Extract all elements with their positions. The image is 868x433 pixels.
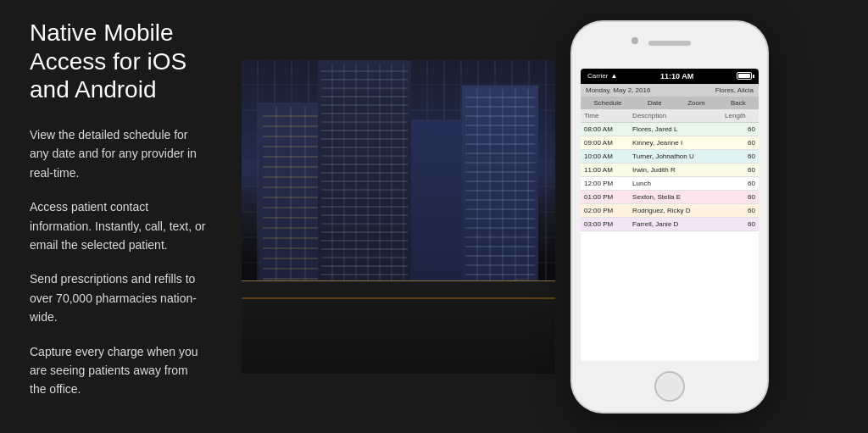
row-time: 11:00 AM bbox=[581, 163, 629, 176]
row-time: 08:00 AM bbox=[581, 122, 629, 136]
paragraph-2: Access patient contact information. Inst… bbox=[30, 197, 208, 254]
header-description: Description bbox=[629, 109, 721, 123]
row-time: 09:00 AM bbox=[581, 136, 629, 149]
row-time: 03:00 PM bbox=[581, 217, 629, 230]
building-2 bbox=[318, 60, 411, 289]
road bbox=[242, 280, 555, 374]
status-time: 11:10 AM bbox=[660, 72, 693, 80]
header-length: Length bbox=[721, 109, 759, 123]
nav-zoom[interactable]: Zoom bbox=[684, 99, 708, 107]
row-description: Rodriguez, Ricky D bbox=[629, 203, 721, 217]
row-time: 01:00 PM bbox=[581, 190, 629, 203]
row-length: 60 bbox=[721, 217, 759, 230]
schedule-header: Time Description Length bbox=[581, 109, 759, 123]
header-time: Time bbox=[581, 109, 629, 123]
nav-schedule[interactable]: Schedule bbox=[590, 99, 625, 107]
carrier-text: Carrier bbox=[587, 72, 608, 80]
paragraph-3: Send prescriptions and refills to over 7… bbox=[30, 269, 208, 326]
status-bar: Carrier ▲ 11:10 AM bbox=[581, 69, 759, 84]
city-image bbox=[242, 60, 555, 374]
row-description: Lunch bbox=[629, 176, 721, 190]
schedule-body: 08:00 AMFlores, Jared L6009:00 AMKinney,… bbox=[581, 122, 759, 230]
row-description: Farrell, Janie D bbox=[629, 217, 721, 230]
table-row[interactable]: 12:00 PMLunch60 bbox=[581, 176, 759, 190]
row-length: 60 bbox=[721, 163, 759, 176]
row-time: 10:00 AM bbox=[581, 149, 629, 163]
paragraph-1: View the detailed schedule for any date … bbox=[30, 125, 208, 182]
phone-speaker bbox=[648, 41, 691, 46]
nav-date[interactable]: Date bbox=[644, 99, 665, 107]
phone-camera bbox=[632, 37, 638, 44]
home-button[interactable] bbox=[654, 371, 685, 402]
row-length: 60 bbox=[721, 176, 759, 190]
row-description: Flores, Jared L bbox=[629, 122, 721, 136]
row-description: Kinney, Jeanne I bbox=[629, 136, 721, 149]
battery-fill bbox=[738, 74, 750, 78]
user-label: Flores, Alicia bbox=[715, 86, 754, 94]
battery-bar bbox=[737, 72, 752, 80]
left-panel: Native Mobile Access for iOS and Android… bbox=[0, 0, 229, 433]
city-scene-bg bbox=[242, 60, 555, 374]
phone-device: Carrier ▲ 11:10 AM Monday, May 2, 2016 F… bbox=[572, 22, 767, 412]
date-bar: Monday, May 2, 2016 Flores, Alicia bbox=[581, 84, 759, 97]
table-row[interactable]: 01:00 PMSexton, Stella E60 bbox=[581, 190, 759, 203]
wifi-icon: ▲ bbox=[610, 72, 617, 80]
schedule-table: Time Description Length 08:00 AMFlores, … bbox=[581, 109, 759, 231]
table-row[interactable]: 03:00 PMFarrell, Janie D60 bbox=[581, 217, 759, 230]
row-length: 60 bbox=[721, 149, 759, 163]
row-description: Turner, Johnathon U bbox=[629, 149, 721, 163]
nav-bar[interactable]: Schedule Date Zoom Back bbox=[581, 97, 759, 109]
carrier-label: Carrier ▲ bbox=[587, 72, 617, 80]
building-1 bbox=[259, 103, 326, 289]
phone-container: Carrier ▲ 11:10 AM Monday, May 2, 2016 F… bbox=[568, 22, 788, 412]
row-length: 60 bbox=[721, 190, 759, 203]
date-label: Monday, May 2, 2016 bbox=[586, 86, 650, 94]
table-row[interactable]: 09:00 AMKinney, Jeanne I60 bbox=[581, 136, 759, 149]
battery-indicator bbox=[737, 72, 752, 80]
nav-back[interactable]: Back bbox=[727, 99, 749, 107]
table-row[interactable]: 10:00 AMTurner, Johnathon U60 bbox=[581, 149, 759, 163]
building-3 bbox=[462, 86, 538, 289]
row-time: 12:00 PM bbox=[581, 176, 629, 190]
paragraph-4: Capture every charge when you are seeing… bbox=[30, 342, 208, 399]
row-length: 60 bbox=[721, 136, 759, 149]
row-description: Sexton, Stella E bbox=[629, 190, 721, 203]
row-length: 60 bbox=[721, 122, 759, 136]
table-row[interactable]: 02:00 PMRodriguez, Ricky D60 bbox=[581, 203, 759, 217]
row-description: Irwin, Judith R bbox=[629, 163, 721, 176]
page-title: Native Mobile Access for iOS and Android bbox=[30, 19, 208, 104]
row-length: 60 bbox=[721, 203, 759, 217]
phone-screen: Carrier ▲ 11:10 AM Monday, May 2, 2016 F… bbox=[581, 69, 759, 361]
row-time: 02:00 PM bbox=[581, 203, 629, 217]
table-row[interactable]: 11:00 AMIrwin, Judith R60 bbox=[581, 163, 759, 176]
header-row: Time Description Length bbox=[581, 109, 759, 123]
table-row[interactable]: 08:00 AMFlores, Jared L60 bbox=[581, 122, 759, 136]
